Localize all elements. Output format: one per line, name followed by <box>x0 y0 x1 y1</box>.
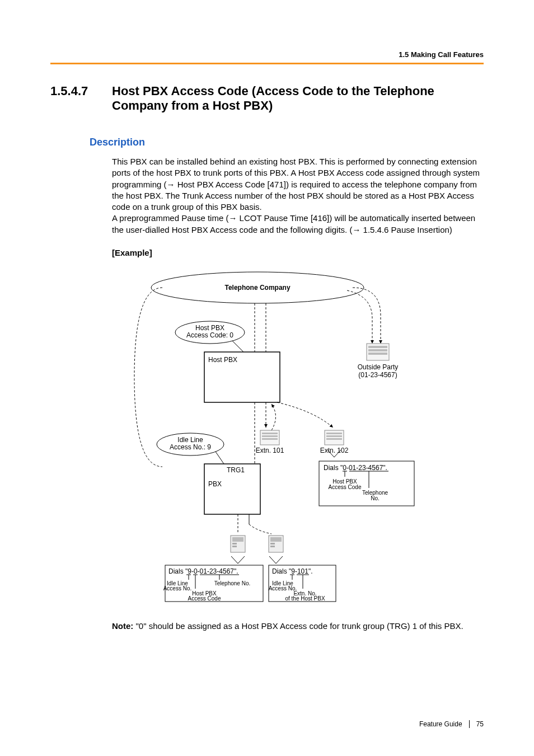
dials-left-a: Dials "9-0-01-23-4567". <box>168 567 238 575</box>
svg-rect-12 <box>260 430 279 445</box>
footer-guide: Feature Guide <box>419 720 462 728</box>
svg-text:of the Host PBX: of the Host PBX <box>285 595 325 602</box>
extn101-label: Extn. 101 <box>256 447 284 454</box>
note-text: "0" should be assigned as a Host PBX Acc… <box>133 621 463 631</box>
svg-text:Access No.: Access No. <box>269 585 297 591</box>
svg-rect-32 <box>232 543 237 544</box>
trg1-label: TRG1 <box>227 466 245 474</box>
svg-rect-17 <box>326 433 342 434</box>
extn101-icon <box>260 430 279 445</box>
tel-no-label: Telephone No. <box>214 580 251 586</box>
svg-rect-14 <box>262 435 278 437</box>
note-label: Note: <box>112 621 133 631</box>
host-pbx-label: Host PBX <box>208 356 237 364</box>
extn102-label: Extn. 102 <box>320 447 349 454</box>
svg-rect-18 <box>326 435 342 437</box>
svg-rect-8 <box>368 349 387 351</box>
dials-right-sub2b: No. <box>371 495 380 501</box>
host-pbx-code-1: Host PBX <box>195 324 224 332</box>
extn102-icon <box>325 430 344 445</box>
svg-rect-16 <box>325 430 344 445</box>
svg-rect-15 <box>262 438 278 440</box>
section-number: 1.5.4.7 <box>50 84 112 113</box>
phone-right-icon <box>269 536 283 552</box>
pbx-label: PBX <box>208 480 222 488</box>
svg-rect-36 <box>270 543 275 544</box>
note: Note: "0" should be assigned as a Host P… <box>112 621 484 631</box>
svg-text:Access Code: Access Code <box>188 595 221 602</box>
svg-text:Access No.: Access No. <box>163 585 192 591</box>
running-header: 1.5 Making Call Features <box>399 50 484 59</box>
svg-line-3 <box>232 341 243 352</box>
host-pbx-code-2: Access Code: 0 <box>186 331 233 339</box>
svg-rect-19 <box>326 438 342 440</box>
outside-party-icon <box>367 344 389 360</box>
svg-rect-9 <box>368 353 387 355</box>
diagram: Telephone Company Host PBX Host PBX Acce… <box>112 265 484 609</box>
svg-rect-35 <box>270 537 282 542</box>
description-heading: Description <box>90 137 484 148</box>
telco-label: Telephone Company <box>224 284 290 292</box>
svg-rect-33 <box>232 546 237 547</box>
outside-party-2: (01-23-4567) <box>358 371 397 379</box>
dials-left-b: Dials "9-101". <box>272 567 313 575</box>
svg-rect-7 <box>368 346 387 348</box>
svg-rect-13 <box>262 433 278 434</box>
footer: Feature Guide 75 <box>419 720 484 728</box>
phone-left-icon <box>231 536 245 552</box>
idle-line-2: Access No.: 9 <box>170 443 211 451</box>
body-text: This PBX can be installed behind an exis… <box>112 156 484 236</box>
section-title: Host PBX Access Code (Access Code to the… <box>112 84 484 113</box>
dials-right-sub1b: Access Code <box>329 484 362 490</box>
header-rule <box>50 63 484 64</box>
dials-right: Dials "0-01-23-4567". <box>324 464 387 472</box>
svg-line-27 <box>216 452 224 464</box>
idle-line-1: Idle Line <box>177 436 203 444</box>
footer-page: 75 <box>476 720 484 728</box>
example-label: [Example] <box>112 248 484 257</box>
svg-rect-31 <box>232 537 243 542</box>
outside-party-1: Outside Party <box>358 363 399 371</box>
svg-rect-37 <box>270 546 275 547</box>
